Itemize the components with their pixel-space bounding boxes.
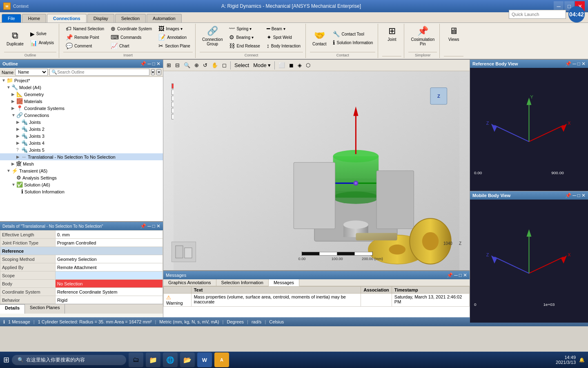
expand-joints3[interactable]: ▶ <box>16 134 21 138</box>
msgs-maximize-btn[interactable]: □ <box>459 272 462 278</box>
btn-named-selection[interactable]: 🏷 Named Selection <box>63 25 107 33</box>
vt-mode[interactable]: Select <box>233 62 251 69</box>
tab-section-planes[interactable]: Section Planes <box>25 304 65 314</box>
expand-joints2[interactable]: ▶ <box>16 127 21 131</box>
msgs-close-btn[interactable]: ✕ <box>463 272 467 278</box>
btn-analysis[interactable]: 📊 Analysis <box>28 39 56 47</box>
tree-item-solution-info[interactable]: ℹ Solution Information <box>0 188 163 195</box>
vt-pan[interactable]: ✋ <box>210 62 220 69</box>
val-body[interactable]: No Selection <box>56 280 163 288</box>
tree-item-coord-sys[interactable]: ▶ 📍 Coordinate Systems <box>0 105 163 112</box>
btn-views[interactable]: 🖥 Views <box>445 25 463 43</box>
tab-connections[interactable]: Connections <box>47 14 87 22</box>
taskbar-start-btn[interactable]: ⊞ <box>3 355 9 364</box>
tree-item-transient[interactable]: ▼ ⚡ Transient (A5) <box>0 167 163 174</box>
val-scoping[interactable]: Geometry Selection <box>56 255 163 263</box>
outline-maximize-btn[interactable]: □ <box>152 61 155 67</box>
tab-automation[interactable]: Automation <box>147 14 182 22</box>
message-row-1[interactable]: ⚠ Warning Mass properties (volume, surfa… <box>164 294 470 307</box>
outline-close-btn[interactable]: ✕ <box>156 61 160 67</box>
tab-home[interactable]: Home <box>22 14 46 22</box>
msgs-minimize-btn[interactable]: ─ <box>454 272 458 278</box>
vt-iso[interactable]: ⬡ <box>304 62 312 69</box>
val-friction-type[interactable]: Program Controlled <box>56 239 163 247</box>
tree-item-joints[interactable]: ▶ 🔩 Joints <box>0 119 163 126</box>
vt-wireframe[interactable]: ⬜ <box>277 62 287 69</box>
ref-pin-btn[interactable]: 📌 <box>565 61 571 67</box>
btn-solution-information[interactable]: ℹ Solution Information <box>330 38 375 47</box>
tree-item-geometry[interactable]: ▶ 📐 Geometry <box>0 91 163 98</box>
expand-materials[interactable]: ▶ <box>11 99 16 103</box>
notification-icon[interactable]: 🔔 <box>579 357 585 363</box>
outline-pin-btn[interactable]: 📌 <box>140 61 146 67</box>
btn-images[interactable]: 🖼 Images ▾ <box>156 25 193 33</box>
tab-details[interactable]: Details <box>0 304 25 314</box>
expand-connections[interactable]: ▼ <box>11 113 16 117</box>
taskbar-app-folder[interactable]: 📂 <box>180 352 195 367</box>
tree-item-connections[interactable]: ▼ 🔗 Connections <box>0 112 163 119</box>
vt-zoom-fit[interactable]: ⊞ <box>165 62 173 69</box>
btn-cosim-pin[interactable]: 📌 CosimulationPin <box>408 25 437 47</box>
tab-file[interactable]: File <box>2 14 21 22</box>
btn-joint[interactable]: ⊞ Joint <box>383 25 401 43</box>
outline-minimize-btn[interactable]: ─ <box>147 61 151 67</box>
search-clear-btn[interactable]: ✕ <box>156 69 161 75</box>
tree-item-analysis-settings[interactable]: ⚙ Analysis Settings <box>0 174 163 181</box>
tree-item-translational[interactable]: ▶ ↔ Translational - No Selection To No S… <box>0 153 163 160</box>
btn-duplicate[interactable]: ⧉ Duplicate <box>4 29 26 47</box>
taskbar-app-ansys[interactable]: A <box>214 352 229 367</box>
vt-mode-drop[interactable]: Mode ▾ <box>252 62 272 69</box>
btn-coordinate-system[interactable]: ⊕ Coordinate System <box>108 25 154 33</box>
expand-geometry[interactable]: ▶ <box>11 92 16 96</box>
details-pin-btn[interactable]: 📌 <box>140 223 146 229</box>
vt-edges[interactable]: ◈ <box>296 62 303 69</box>
tree-item-model[interactable]: ▼ 🔧 Model (A4) <box>0 84 163 91</box>
btn-annotation[interactable]: 📝 Annotation <box>156 33 193 41</box>
val-effective-length[interactable]: 0. mm <box>56 231 163 239</box>
tab-graphics-annotations[interactable]: Graphics Annotations <box>163 279 216 286</box>
expand-transient[interactable]: ▼ <box>7 168 11 173</box>
expand-model[interactable]: ▼ <box>7 85 11 90</box>
vt-zoom-in[interactable]: 🔍 <box>182 62 192 69</box>
btn-end-release[interactable]: ⛓ End Release <box>227 42 262 50</box>
tree-item-solution[interactable]: ▼ ✅ Solution (A6) <box>0 181 163 188</box>
val-scope[interactable] <box>56 272 163 280</box>
val-behavior[interactable]: Rigid <box>56 296 163 304</box>
ref-max-btn[interactable]: □ <box>577 61 580 67</box>
tab-display[interactable]: Display <box>87 14 114 22</box>
val-applied-by[interactable]: Remote Attachment <box>56 263 163 272</box>
btn-beam[interactable]: ━ Beam ▾ <box>264 25 303 33</box>
tree-item-joints3[interactable]: ▶ 🔩 Joints 3 <box>0 132 163 139</box>
btn-bearing[interactable]: ⚙ Bearing ▾ <box>227 33 262 41</box>
btn-connection-group[interactable]: 🔗 ConnectionGroup <box>200 25 225 47</box>
tree-item-joints5[interactable]: ? 🔩 Joints 5 <box>0 146 163 153</box>
expand-project[interactable]: ▼ <box>2 78 7 83</box>
search-input[interactable] <box>57 70 147 74</box>
expand-translational[interactable]: ▶ <box>16 155 21 159</box>
expand-joints5[interactable]: ? <box>16 148 21 152</box>
details-maximize-btn[interactable]: □ <box>152 223 155 229</box>
tree-item-materials[interactable]: ▶ 🧱 Materials <box>0 98 163 105</box>
expand-joints4[interactable]: ▶ <box>16 141 21 145</box>
val-coord-system[interactable]: Reference Coordinate System <box>56 288 163 296</box>
mob-max-btn[interactable]: □ <box>577 193 580 198</box>
vt-shaded[interactable]: ◼ <box>287 62 295 69</box>
btn-section-plane[interactable]: ✂ Section Plane <box>156 42 193 50</box>
expand-solution[interactable]: ▼ <box>11 182 16 187</box>
msgs-pin-btn[interactable]: 📌 <box>447 272 453 278</box>
btn-contact-tool[interactable]: 🔧 Contact Tool <box>330 30 375 38</box>
name-select[interactable]: Name <box>15 69 48 76</box>
btn-body-interaction[interactable]: ↕ Body Interaction <box>264 42 303 50</box>
taskbar-app-edge[interactable]: 🌐 <box>163 352 178 367</box>
expand-coord-sys[interactable]: ▶ <box>11 106 16 110</box>
tree-item-mesh[interactable]: ▶ 🕸 Mesh <box>0 160 163 167</box>
taskbar-search[interactable]: 🔍 在这里输入你要搜索的内容 <box>12 355 126 365</box>
details-close-btn[interactable]: ✕ <box>156 223 160 229</box>
mob-pin-btn[interactable]: 📌 <box>565 193 571 198</box>
btn-solve[interactable]: ▶ Solve <box>28 30 56 38</box>
btn-spring[interactable]: 〰 Spring ▾ <box>227 25 262 33</box>
tree-item-project[interactable]: ▼ 📁 Project* <box>0 77 163 84</box>
btn-comment[interactable]: 💬 Comment <box>63 42 107 50</box>
btn-remote-point[interactable]: 📌 Remote Point <box>63 33 107 41</box>
vt-zoom-region[interactable]: ⊕ <box>193 62 200 69</box>
